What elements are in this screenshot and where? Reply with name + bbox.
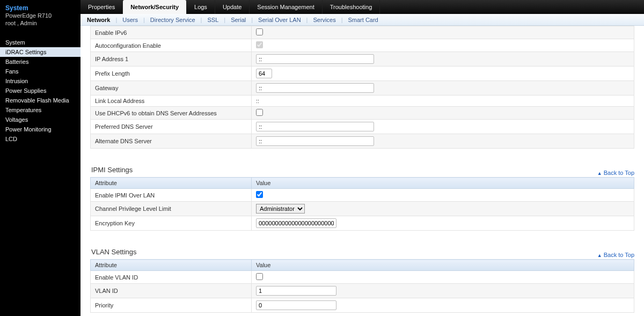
checkbox-enable-ipmi[interactable] <box>256 191 263 198</box>
table-row: Encryption Key <box>91 216 634 231</box>
table-row: Preferred DNS Server <box>91 120 634 134</box>
table-row: Link Local Address :: <box>91 95 634 107</box>
col-attribute: Attribute <box>91 178 252 189</box>
subtab-ssl[interactable]: SSL <box>204 17 222 23</box>
label-ip-addr1: IP Address 1 <box>91 52 252 67</box>
input-alt-dns[interactable] <box>256 136 374 146</box>
table-row: Channel Privilege Level Limit Administra… <box>91 202 634 216</box>
main-panel: Properties Network/Security Logs Update … <box>80 0 644 316</box>
ipv6-settings-table: Enable IPv6 Autoconfiguration Enable IP … <box>90 26 634 149</box>
input-ip-addr1[interactable] <box>256 54 374 64</box>
sidebar-item-idrac-settings[interactable]: iDRAC Settings <box>0 47 80 57</box>
vlan-section-title: VLAN Settings <box>91 248 137 256</box>
sidebar-nav: System iDRAC Settings Batteries Fans Int… <box>0 38 80 144</box>
subtab-serial-over-lan[interactable]: Serial Over LAN <box>255 17 304 23</box>
tab-update[interactable]: Update <box>215 0 250 14</box>
triangle-up-icon: ▲ <box>597 171 602 176</box>
col-attribute: Attribute <box>91 260 252 271</box>
subtab-users[interactable]: Users <box>119 17 141 23</box>
tab-session-management[interactable]: Session Management <box>250 0 322 14</box>
table-row: Enable IPMI Over LAN <box>91 189 634 202</box>
ipmi-settings-table: Attribute Value Enable IPMI Over LAN Cha… <box>90 177 634 231</box>
main-tabs: Properties Network/Security Logs Update … <box>80 0 644 14</box>
system-user: root , Admin <box>5 19 75 27</box>
label-use-dhcpv6: Use DHCPv6 to obtain DNS Server Addresse… <box>91 107 252 120</box>
sidebar-item-system[interactable]: System <box>0 38 80 47</box>
system-title: System <box>5 4 75 12</box>
sidebar-item-batteries[interactable]: Batteries <box>0 57 80 67</box>
table-row: IP Address 1 <box>91 52 634 67</box>
col-value: Value <box>252 178 634 189</box>
tab-logs[interactable]: Logs <box>187 0 215 14</box>
subtab-network[interactable]: Network <box>84 17 113 23</box>
content-scroll[interactable]: Enable IPv6 Autoconfiguration Enable IP … <box>80 26 644 316</box>
label-alt-dns: Alternate DNS Server <box>91 134 252 149</box>
input-enc-key[interactable] <box>256 218 336 228</box>
table-row: Prefix Length <box>91 67 634 81</box>
sidebar-item-temperatures[interactable]: Temperatures <box>0 105 80 115</box>
sidebar-item-power-supplies[interactable]: Power Supplies <box>0 86 80 95</box>
triangle-up-icon: ▲ <box>597 253 602 258</box>
label-priv-limit: Channel Privilege Level Limit <box>91 202 252 216</box>
back-to-top-link[interactable]: ▲ Back to Top <box>597 252 634 258</box>
subtab-directory-service[interactable]: Directory Service <box>147 17 199 23</box>
label-link-local: Link Local Address <box>91 95 252 107</box>
table-row: Priority <box>91 298 634 313</box>
table-row: Use DHCPv6 to obtain DNS Server Addresse… <box>91 107 634 120</box>
input-gateway[interactable] <box>256 83 374 93</box>
sidebar: System PowerEdge R710 root , Admin Syste… <box>0 0 80 316</box>
tab-network-security[interactable]: Network/Security <box>123 0 187 14</box>
sidebar-item-lcd[interactable]: LCD <box>0 134 80 144</box>
sub-tabs: Network| Users| Directory Service| SSL| … <box>80 14 644 26</box>
sidebar-item-voltages[interactable]: Voltages <box>0 115 80 124</box>
sidebar-header: System PowerEdge R710 root , Admin <box>0 4 80 31</box>
sidebar-item-intrusion[interactable]: Intrusion <box>0 76 80 86</box>
table-row: Autoconfiguration Enable <box>91 39 634 52</box>
label-pref-dns: Preferred DNS Server <box>91 120 252 134</box>
input-pref-dns[interactable] <box>256 122 374 131</box>
label-vlan-id: VLAN ID <box>91 284 252 298</box>
checkbox-enable-vlan[interactable] <box>256 273 263 280</box>
checkbox-use-dhcpv6[interactable] <box>256 109 263 116</box>
col-value: Value <box>252 260 634 271</box>
sidebar-item-removable-flash[interactable]: Removable Flash Media <box>0 95 80 105</box>
label-enable-ipv6: Enable IPv6 <box>91 26 252 39</box>
tab-properties[interactable]: Properties <box>80 0 123 14</box>
input-prefix-len[interactable] <box>256 69 272 78</box>
select-priv-limit[interactable]: Administrator <box>256 204 305 214</box>
label-enc-key: Encryption Key <box>91 216 252 231</box>
checkbox-enable-ipv6[interactable] <box>256 28 263 35</box>
sidebar-item-power-monitoring[interactable]: Power Monitoring <box>0 124 80 134</box>
table-row: Enable IPv6 <box>91 26 634 39</box>
vlan-section-head: VLAN Settings ▲ Back to Top <box>90 246 634 258</box>
value-link-local: :: <box>252 95 634 107</box>
subtab-services[interactable]: Services <box>310 17 339 23</box>
label-enable-ipmi: Enable IPMI Over LAN <box>91 189 252 202</box>
checkbox-autoconf[interactable] <box>256 41 263 48</box>
ipmi-section-title: IPMI Settings <box>91 166 133 174</box>
ipmi-section-head: IPMI Settings ▲ Back to Top <box>90 164 634 176</box>
input-priority[interactable] <box>256 300 336 310</box>
system-model: PowerEdge R710 <box>5 12 75 19</box>
label-gateway: Gateway <box>91 81 252 95</box>
table-row: Enable VLAN ID <box>91 271 634 284</box>
vlan-settings-table: Attribute Value Enable VLAN ID VLAN ID P… <box>90 259 634 313</box>
label-priority: Priority <box>91 298 252 313</box>
back-to-top-link[interactable]: ▲ Back to Top <box>597 170 634 176</box>
table-row: VLAN ID <box>91 284 634 298</box>
label-prefix-len: Prefix Length <box>91 67 252 81</box>
label-enable-vlan: Enable VLAN ID <box>91 271 252 284</box>
table-row: Alternate DNS Server <box>91 134 634 149</box>
subtab-serial[interactable]: Serial <box>228 17 249 23</box>
subtab-smart-card[interactable]: Smart Card <box>345 17 382 23</box>
input-vlan-id[interactable] <box>256 286 336 296</box>
table-row: Gateway <box>91 81 634 95</box>
sidebar-item-fans[interactable]: Fans <box>0 67 80 76</box>
label-autoconf: Autoconfiguration Enable <box>91 39 252 52</box>
tab-troubleshooting[interactable]: Troubleshooting <box>323 0 380 14</box>
